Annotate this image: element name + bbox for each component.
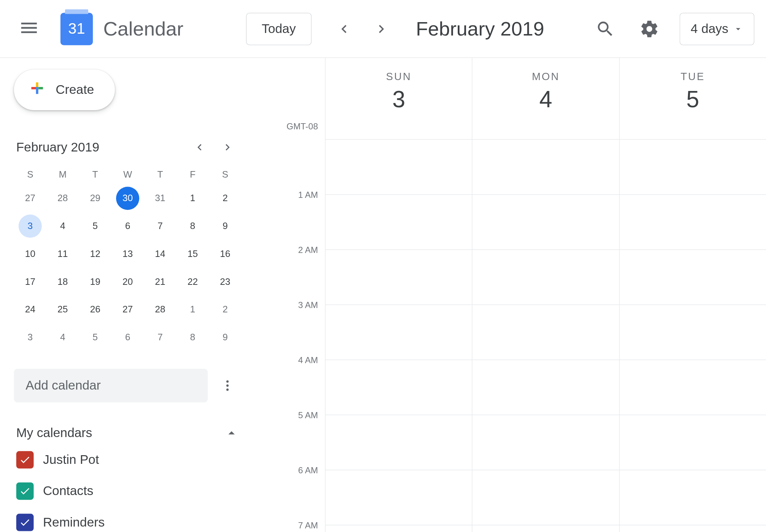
mini-day[interactable]: 21 (149, 270, 172, 294)
today-button[interactable]: Today (246, 12, 311, 45)
mini-day[interactable]: 7 (149, 326, 172, 349)
hour-cell[interactable] (619, 304, 766, 359)
mini-day[interactable]: 27 (18, 187, 42, 210)
mini-day[interactable]: 18 (51, 270, 74, 294)
calendar-item[interactable]: Justin Pot (14, 444, 241, 475)
mini-day[interactable]: 11 (51, 242, 74, 266)
hour-cell[interactable] (325, 194, 472, 249)
mini-calendar: February 2019 SMTWTFS2728293031123456789… (14, 136, 241, 351)
hour-cell[interactable] (325, 359, 472, 415)
app-title: Calendar (103, 17, 184, 40)
settings-gear-icon[interactable] (633, 12, 666, 45)
chevron-up-icon (224, 425, 239, 441)
mini-day[interactable]: 27 (116, 298, 139, 321)
calendar-item[interactable]: Reminders (14, 507, 241, 532)
next-period-button[interactable] (365, 12, 398, 45)
mini-day[interactable]: 15 (181, 242, 204, 266)
day-number: 5 (619, 86, 766, 112)
hour-cell[interactable] (472, 304, 619, 359)
calendar-checkbox[interactable] (16, 482, 34, 500)
dow-label: SUN (326, 71, 472, 83)
mini-day[interactable]: 14 (149, 242, 172, 266)
mini-day[interactable]: 5 (83, 326, 107, 349)
view-switcher[interactable]: 4 days (680, 12, 754, 45)
hour-cell[interactable] (619, 359, 766, 415)
hour-cell[interactable] (619, 415, 766, 470)
mini-dow: M (46, 165, 79, 184)
add-calendar-button[interactable]: Add calendar (14, 369, 207, 403)
day-header[interactable]: TUE5 (619, 58, 766, 139)
calendar-item[interactable]: Contacts (14, 475, 241, 507)
mini-next-month[interactable] (216, 136, 239, 159)
mini-day[interactable]: 30 (116, 187, 139, 210)
hour-cell[interactable] (325, 304, 472, 359)
mini-day[interactable]: 8 (181, 215, 204, 238)
mini-day[interactable]: 9 (214, 215, 237, 238)
hour-cell[interactable] (619, 139, 766, 194)
mini-day[interactable]: 22 (181, 270, 204, 294)
hour-cell[interactable] (325, 415, 472, 470)
mini-day[interactable]: 4 (51, 215, 74, 238)
mini-day[interactable]: 8 (181, 326, 204, 349)
prev-period-button[interactable] (328, 12, 361, 45)
mini-day[interactable]: 3 (18, 326, 42, 349)
mini-day[interactable]: 31 (149, 187, 172, 210)
mini-day[interactable]: 28 (149, 298, 172, 321)
mini-day[interactable]: 2 (214, 298, 237, 321)
hour-cell[interactable] (325, 249, 472, 304)
main-menu-icon[interactable] (12, 10, 46, 47)
mini-day[interactable]: 19 (83, 270, 107, 294)
hour-cell[interactable] (325, 470, 472, 525)
mini-day[interactable]: 7 (149, 215, 172, 238)
mini-day[interactable]: 12 (83, 242, 107, 266)
calendar-checkbox[interactable] (16, 451, 34, 469)
mini-day[interactable]: 5 (83, 215, 107, 238)
mini-day[interactable]: 6 (116, 215, 139, 238)
hour-cell[interactable] (619, 470, 766, 525)
hour-cell[interactable] (472, 525, 619, 532)
mini-day[interactable]: 3 (18, 215, 42, 238)
mini-day[interactable]: 6 (116, 326, 139, 349)
hour-cell[interactable] (472, 359, 619, 415)
hour-cell[interactable] (619, 249, 766, 304)
hour-cell[interactable] (472, 139, 619, 194)
my-calendars-title: My calendars (16, 425, 92, 441)
mini-day[interactable]: 2 (214, 187, 237, 210)
mini-day[interactable]: 26 (83, 298, 107, 321)
mini-day[interactable]: 4 (51, 326, 74, 349)
mini-day[interactable]: 23 (214, 270, 237, 294)
hour-cell[interactable] (619, 525, 766, 532)
hour-cell[interactable] (325, 139, 472, 194)
create-button[interactable]: Create (14, 70, 115, 110)
hour-cell[interactable] (325, 525, 472, 532)
hour-cell[interactable] (472, 194, 619, 249)
add-calendar-more-icon[interactable] (214, 372, 242, 400)
day-number: 4 (473, 86, 619, 112)
my-calendars-header[interactable]: My calendars (14, 422, 241, 444)
sidebar: Create February 2019 SMTWTFS272829303112… (0, 58, 255, 532)
mini-day[interactable]: 1 (181, 298, 204, 321)
app-header: 31 Calendar Today February 2019 4 days (0, 0, 766, 58)
mini-day[interactable]: 10 (18, 242, 42, 266)
hour-cell[interactable] (472, 249, 619, 304)
hour-cell[interactable] (472, 470, 619, 525)
mini-day[interactable]: 20 (116, 270, 139, 294)
mini-day[interactable]: 16 (214, 242, 237, 266)
search-icon[interactable] (589, 12, 622, 45)
mini-day[interactable]: 29 (83, 187, 107, 210)
calendar-logo[interactable]: 31 (60, 12, 93, 45)
hour-cell[interactable] (619, 194, 766, 249)
mini-day[interactable]: 25 (51, 298, 74, 321)
mini-day[interactable]: 24 (18, 298, 42, 321)
mini-day[interactable]: 9 (214, 326, 237, 349)
mini-prev-month[interactable] (188, 136, 211, 159)
mini-day[interactable]: 13 (116, 242, 139, 266)
mini-day[interactable]: 17 (18, 270, 42, 294)
hour-cell[interactable] (472, 415, 619, 470)
calendar-checkbox[interactable] (16, 514, 34, 531)
day-header[interactable]: MON4 (472, 58, 619, 139)
day-header[interactable]: SUN3 (325, 58, 472, 139)
mini-day[interactable]: 1 (181, 187, 204, 210)
mini-day[interactable]: 28 (51, 187, 74, 210)
hour-label: 6 AM (255, 465, 325, 520)
